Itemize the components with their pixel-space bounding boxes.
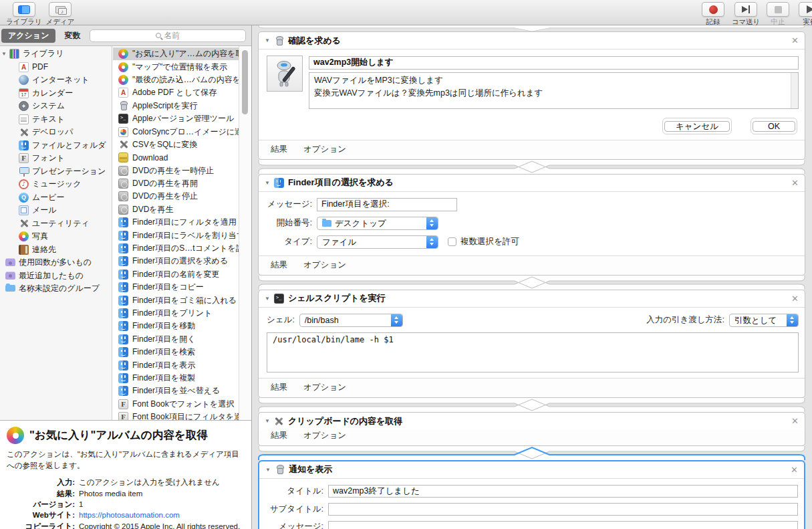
- library-toolbar-button[interactable]: ライブラリ: [4, 2, 44, 27]
- disclosure-triangle-icon[interactable]: ▼: [265, 296, 270, 302]
- close-icon[interactable]: ✕: [791, 36, 799, 45]
- shell-script-editor[interactable]: /usr/local/bin/lame -h $1: [267, 332, 799, 373]
- action-list-item[interactable]: Download: [113, 151, 239, 164]
- website-link[interactable]: https://photosautomation.com: [79, 510, 180, 520]
- action-list-item[interactable]: Font Book項目にフィルタを適用: [113, 411, 239, 420]
- search-input[interactable]: 名前: [90, 29, 246, 42]
- options-toggle[interactable]: オプション: [303, 259, 346, 271]
- sidebar-item[interactable]: ▼ ファイルとフォルダ: [0, 139, 112, 152]
- action-card-get-clipboard[interactable]: ▼ クリップボードの内容を取得 ✕ 結果 オプション: [258, 412, 805, 446]
- sidebar-item[interactable]: ▼ インターネット: [0, 74, 112, 87]
- close-icon[interactable]: ✕: [791, 179, 799, 187]
- type-popup[interactable]: ファイル: [317, 235, 438, 249]
- action-list-item[interactable]: Finder項目をコピー: [113, 281, 239, 294]
- action-list-item[interactable]: "マップ"で位置情報を表示: [113, 60, 239, 73]
- sidebar-item[interactable]: ▼ 連絡先: [0, 243, 112, 257]
- disclosure-triangle-icon[interactable]: ▼: [265, 37, 270, 43]
- action-list-item[interactable]: Finder項目の名前を変更: [113, 268, 239, 281]
- media-toolbar-button[interactable]: ♪ メディア: [40, 2, 80, 27]
- pass-input-popup[interactable]: 引数として: [729, 314, 799, 327]
- action-list-item[interactable]: Font Bookでフォントを選択: [113, 398, 239, 411]
- tab-variables[interactable]: 変数: [64, 30, 80, 41]
- action-list-scrollbar[interactable]: [239, 46, 251, 420]
- action-list-item[interactable]: Appleバージョン管理ツール: [113, 112, 239, 125]
- notification-subtitle-input[interactable]: [328, 503, 798, 516]
- action-list-item[interactable]: Finder項目を並べ替える: [113, 385, 239, 397]
- action-list-item[interactable]: DVDを再生: [113, 203, 239, 216]
- sidebar-item[interactable]: ▼ 最近追加したもの: [0, 270, 112, 283]
- textarea-scrollbar[interactable]: [791, 73, 798, 108]
- run-button[interactable]: 実行: [790, 2, 812, 27]
- result-toggle[interactable]: 結果: [271, 144, 287, 155]
- tab-actions[interactable]: アクション: [1, 29, 55, 43]
- action-card-ask-confirmation[interactable]: ▼ 確認を求める ✕: [258, 31, 805, 160]
- ok-button-field[interactable]: OK: [751, 118, 797, 134]
- shell-popup[interactable]: /bin/bash: [299, 314, 403, 327]
- action-list-item[interactable]: CSVをSQLに変換: [113, 138, 239, 151]
- sidebar-item[interactable]: ▼ PDF: [0, 61, 112, 74]
- sidebar-item[interactable]: ▼ ムービー: [0, 191, 112, 205]
- sidebar-item[interactable]: ▼ 使用回数が多いもの: [0, 256, 112, 270]
- sidebar-item[interactable]: ▼ 写真: [0, 230, 112, 243]
- sidebar-item[interactable]: ▼ メール: [0, 204, 112, 217]
- action-list-item[interactable]: Finder項目をゴミ箱に入れる: [113, 294, 239, 306]
- result-toggle[interactable]: 結果: [271, 430, 287, 441]
- sidebar-item[interactable]: ▼ テキスト: [0, 113, 112, 126]
- finder-icon: [118, 296, 128, 306]
- scrollbar-thumb[interactable]: [242, 50, 248, 114]
- close-icon[interactable]: ✕: [791, 294, 799, 303]
- sidebar-item[interactable]: ▼ ミュージック: [0, 178, 112, 191]
- action-list-item[interactable]: Finder項目のS…tコメントを設定: [113, 242, 239, 255]
- confirmation-title-input[interactable]: [309, 56, 799, 70]
- cancel-button-field[interactable]: キャンセル: [662, 118, 732, 134]
- action-list-item[interactable]: Finder項目の選択を求める: [113, 255, 239, 268]
- result-toggle[interactable]: 結果: [271, 382, 287, 393]
- action-list-item[interactable]: ColorSyncプロ…イメージに適用: [113, 125, 239, 138]
- sidebar-item[interactable]: ▼ プレゼンテーション: [0, 165, 112, 179]
- options-toggle[interactable]: オプション: [303, 430, 346, 441]
- action-list-item[interactable]: "お気に入り"ア…ムの内容を取得: [113, 47, 239, 60]
- action-card-run-shell-script[interactable]: ▼ シェルスクリプトを実行 ✕ シェル: /bin/bash 入力の引き渡し方法…: [258, 290, 805, 398]
- action-list-item[interactable]: Finder項目を移動: [113, 320, 239, 332]
- action-list-item[interactable]: DVDの再生を再開: [113, 177, 239, 190]
- result-toggle[interactable]: 結果: [271, 259, 287, 271]
- notification-message-input[interactable]: [328, 521, 798, 529]
- disclosure-triangle-icon[interactable]: ▼: [265, 418, 270, 424]
- finder-message-input[interactable]: [317, 198, 457, 211]
- start-location-popup[interactable]: デスクトップ: [317, 217, 438, 230]
- action-card-display-notification[interactable]: ▼ 通知を表示 ✕ タイトル: サブタイトル: メッセージ:: [258, 460, 805, 529]
- action-list-item[interactable]: Adobe PDF として保存: [113, 86, 239, 99]
- sidebar-item[interactable]: ▼ デベロッパ: [0, 126, 112, 139]
- confirmation-message-input[interactable]: WAVファイルをMP3に変換します 変換元WAVファイルは？変換先mp3は同じ場…: [309, 72, 799, 109]
- notification-title-input[interactable]: [328, 485, 798, 498]
- action-list-item[interactable]: DVDの再生を停止: [113, 190, 239, 203]
- action-list-item[interactable]: Finder項目を開く: [113, 333, 239, 346]
- action-list-item[interactable]: "最後の読み込…バムの内容を取得: [113, 74, 239, 86]
- options-toggle[interactable]: オプション: [303, 144, 346, 155]
- action-list-item[interactable]: Finder項目にラベルを割り当てる: [113, 229, 239, 241]
- disclosure-triangle-icon[interactable]: ▼: [265, 467, 271, 473]
- sidebar-item[interactable]: ▼ ライブラリ: [0, 47, 112, 61]
- cancel-button[interactable]: キャンセル: [664, 121, 730, 132]
- sidebar-item[interactable]: ▼ カレンダー: [0, 87, 112, 100]
- close-icon[interactable]: ✕: [791, 465, 798, 474]
- action-list-item[interactable]: Finder項目を表示: [113, 358, 239, 371]
- disclosure-triangle-icon[interactable]: ▼: [1, 51, 9, 57]
- sidebar-item[interactable]: ▼ 名称未設定のグループ: [0, 282, 112, 296]
- action-card-ask-finder-items[interactable]: ▼ Finder項目の選択を求める ✕ メッセージ: 開始番号: デスクトップ: [258, 174, 805, 276]
- ok-button[interactable]: OK: [753, 121, 795, 132]
- options-toggle[interactable]: オプション: [303, 382, 346, 393]
- finder-icon: [118, 360, 128, 371]
- close-icon[interactable]: ✕: [791, 417, 799, 425]
- sidebar-item[interactable]: ▼ システム: [0, 100, 112, 113]
- disclosure-triangle-icon[interactable]: ▼: [265, 180, 270, 186]
- allow-multiple-checkbox[interactable]: [448, 237, 456, 246]
- action-list-item[interactable]: Finder項目にフィルタを適用: [113, 216, 239, 229]
- action-list-item[interactable]: Finder項目をプリント: [113, 307, 239, 320]
- action-list-item[interactable]: DVDの再生を一時停止: [113, 165, 239, 177]
- action-list-item[interactable]: Finder項目を複製: [113, 372, 239, 385]
- sidebar-item[interactable]: ▼ ユーティリティ: [0, 217, 112, 231]
- action-list-item[interactable]: AppleScriptを実行: [113, 100, 239, 112]
- action-list-item[interactable]: Finder項目を検索: [113, 346, 239, 358]
- sidebar-item[interactable]: ▼ フォント: [0, 152, 112, 165]
